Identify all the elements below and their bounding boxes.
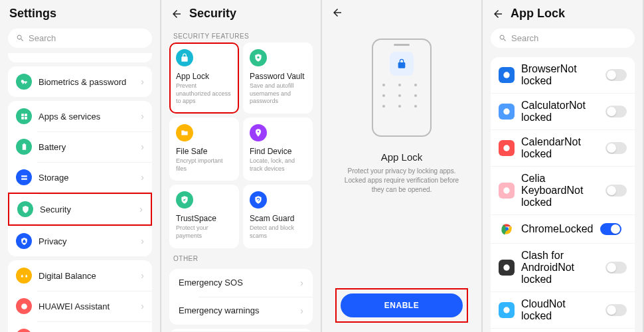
- chevron-right-icon: ›: [141, 76, 144, 87]
- app-toggle[interactable]: [605, 185, 627, 197]
- pin-icon: [250, 124, 267, 141]
- applock-intro-header: [322, 0, 481, 24]
- tile-desc: Locate, lock, and track devices: [250, 157, 306, 173]
- app-icon: [499, 104, 515, 120]
- tile-app-lock[interactable]: App LockPrevent unauthorized access to a…: [169, 42, 239, 114]
- row-label: Storage: [39, 173, 134, 183]
- app-toggle[interactable]: [605, 69, 627, 81]
- settings-panel: Settings Search Biometrics & password›Ap…: [0, 0, 161, 332]
- applock-heading: App Lock: [381, 151, 423, 163]
- app-row-chrome: ChromeLocked: [491, 214, 635, 243]
- folder-icon: [176, 124, 193, 141]
- app-toggle[interactable]: [605, 142, 627, 154]
- scam-icon: [250, 191, 267, 208]
- enable-button[interactable]: ENABLE: [341, 293, 463, 317]
- settings-row-apps-services[interactable]: Apps & services›: [8, 101, 152, 131]
- app-toggle[interactable]: [605, 262, 627, 274]
- tile-trustspace[interactable]: TrustSpaceProtect your payments: [169, 185, 239, 248]
- settings-row-huawei-assistant[interactable]: HUAWEI Assistant›: [8, 291, 152, 321]
- app-name: Browser: [521, 63, 560, 74]
- tile-title: Find Device: [250, 147, 306, 156]
- svg-point-3: [503, 72, 509, 78]
- app-name: Calculator: [521, 100, 569, 111]
- back-button[interactable]: [171, 8, 183, 20]
- enable-highlight: ENABLE: [335, 288, 468, 323]
- other-group: App security center›SIM PIN›: [169, 329, 313, 331]
- tile-title: TrustSpace: [176, 214, 232, 223]
- app-list: BrowserNot lockedCalculatorNot lockedCal…: [491, 57, 635, 332]
- security-tiles: App LockPrevent unauthorized access to a…: [161, 42, 321, 248]
- app-row-browser: BrowserNot locked: [491, 57, 635, 93]
- app-info: CloudNot locked: [521, 298, 599, 322]
- row-label: Privacy: [39, 236, 134, 246]
- settings-group: Digital Balance›HUAWEI Assistant›Wallet …: [8, 260, 152, 332]
- tile-password-vault[interactable]: Password VaultSave and autofill username…: [243, 42, 313, 114]
- settings-scroll[interactable]: Biometrics & password›Apps & services›Ba…: [0, 53, 160, 332]
- chevron-right-icon: ›: [141, 172, 144, 183]
- tile-title: Scam Guard: [250, 214, 306, 223]
- other-row-emergency-sos[interactable]: Emergency SOS›: [169, 269, 313, 297]
- app-info: BrowserNot locked: [521, 63, 599, 87]
- settings-title: Settings: [9, 7, 56, 21]
- settings-row-storage[interactable]: Storage›: [8, 162, 152, 193]
- row-label: Emergency warnings: [179, 305, 293, 315]
- back-button[interactable]: [331, 7, 343, 19]
- settings-search[interactable]: Search: [8, 29, 152, 48]
- applock-list-panel: App Lock Search BrowserNot lockedCalcula…: [483, 0, 644, 332]
- partial-group-top: [8, 53, 152, 62]
- battery-icon: [16, 139, 32, 155]
- security-title: Security: [189, 7, 236, 21]
- phone-illustration: [372, 39, 432, 137]
- settings-row-privacy[interactable]: Privacy›: [8, 226, 152, 256]
- settings-row-biometrics-password[interactable]: Biometrics & password›: [8, 66, 152, 97]
- app-toggle[interactable]: [605, 106, 627, 118]
- assistant-icon: [16, 298, 32, 314]
- tile-scam-guard[interactable]: Scam GuardDetect and block scams: [243, 185, 313, 248]
- search-placeholder: Search: [29, 33, 56, 43]
- chevron-right-icon: ›: [141, 270, 144, 281]
- security-scroll[interactable]: SECURITY FEATURES App LockPrevent unauth…: [161, 26, 321, 331]
- row-label: Apps & services: [39, 112, 134, 122]
- app-toggle[interactable]: [600, 223, 621, 235]
- app-row-calculator: CalculatorNot locked: [491, 93, 635, 129]
- tile-find-device[interactable]: Find DeviceLocate, lock, and track devic…: [243, 118, 313, 181]
- applock-scroll[interactable]: BrowserNot lockedCalculatorNot lockedCal…: [483, 53, 643, 332]
- tile-desc: Prevent unauthorized access to apps: [176, 82, 232, 106]
- app-name: Calendar: [521, 136, 564, 147]
- check-icon: [176, 191, 193, 208]
- app-toggle[interactable]: [605, 304, 627, 316]
- svg-point-9: [503, 264, 509, 270]
- tile-title: App Lock: [176, 72, 232, 81]
- wallet-icon: [16, 329, 32, 332]
- other-group: Emergency SOS›Emergency warnings›: [169, 269, 313, 325]
- app-row-cloud: CloudNot locked: [491, 291, 635, 328]
- app-icon: [499, 67, 515, 83]
- app-info: Clash for AndroidNot locked: [521, 250, 599, 286]
- app-status: Locked: [559, 223, 594, 234]
- tile-desc: Protect your payments: [176, 224, 232, 240]
- row-label: Battery: [39, 142, 134, 152]
- app-row-compass: CompassNot locked: [491, 328, 635, 332]
- lock-icon: [176, 49, 193, 66]
- back-button[interactable]: [492, 8, 504, 20]
- svg-point-0: [21, 303, 27, 309]
- tile-desc: Detect and block scams: [250, 224, 306, 240]
- tile-title: File Safe: [176, 147, 232, 156]
- settings-row-security[interactable]: Security›: [8, 193, 152, 226]
- row-label: Digital Balance: [39, 271, 134, 281]
- settings-row-digital-balance[interactable]: Digital Balance›: [8, 260, 152, 291]
- settings-row-wallet-pay[interactable]: Wallet & Pay›: [8, 321, 152, 332]
- app-info: Celia KeyboardNot locked: [521, 173, 599, 208]
- other-row-emergency-warnings[interactable]: Emergency warnings›: [169, 297, 313, 325]
- settings-row-battery[interactable]: Battery›: [8, 131, 152, 162]
- app-name: Cloud: [521, 298, 549, 309]
- tile-title: Password Vault: [250, 72, 306, 81]
- applock-list-title: App Lock: [511, 7, 565, 21]
- other-row-app-security-center[interactable]: App security center›: [169, 329, 313, 331]
- settings-group: Apps & services›Battery›Storage›Security…: [8, 101, 152, 256]
- apps-icon: [16, 108, 32, 124]
- applock-search[interactable]: Search: [491, 29, 635, 48]
- chevron-right-icon: ›: [300, 278, 303, 288]
- app-row-celia-keyboard: Celia KeyboardNot locked: [491, 166, 635, 214]
- tile-file-safe[interactable]: File SafeEncrypt important files: [169, 118, 239, 181]
